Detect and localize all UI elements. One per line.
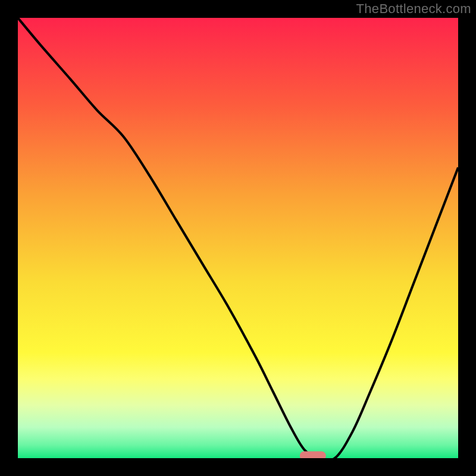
optimal-marker (300, 452, 326, 458)
plot-area (18, 18, 458, 458)
chart-frame: TheBottleneck.com (0, 0, 476, 476)
bottleneck-curve (18, 18, 458, 458)
watermark-text: TheBottleneck.com (356, 1, 471, 17)
